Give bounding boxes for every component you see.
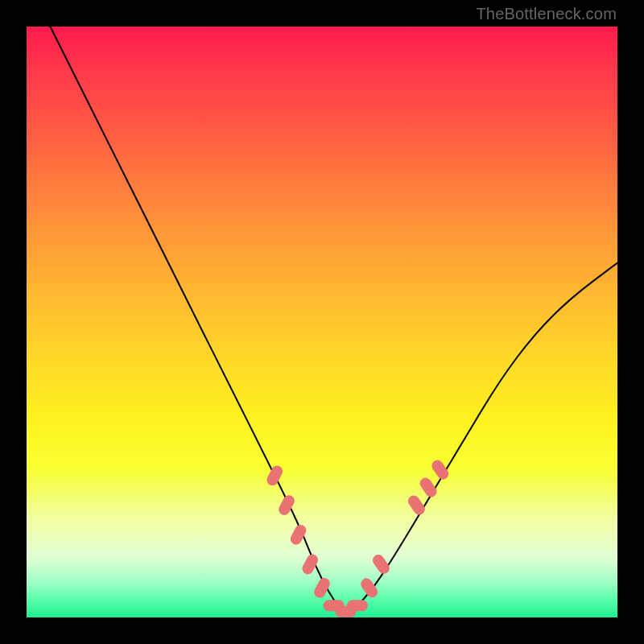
- data-marker: [312, 576, 332, 601]
- data-marker: [359, 576, 380, 600]
- data-marker: [288, 522, 308, 547]
- curve-svg: [27, 27, 617, 617]
- plot-area: [27, 27, 617, 617]
- data-marker: [347, 600, 368, 611]
- data-marker: [430, 458, 451, 481]
- attribution-text: TheBottleneck.com: [476, 5, 617, 23]
- data-marker: [265, 464, 285, 488]
- marker-group: [265, 458, 451, 617]
- chart-frame: TheBottleneck.com: [0, 0, 644, 644]
- data-marker: [300, 552, 320, 576]
- bottleneck-curve: [50, 27, 617, 610]
